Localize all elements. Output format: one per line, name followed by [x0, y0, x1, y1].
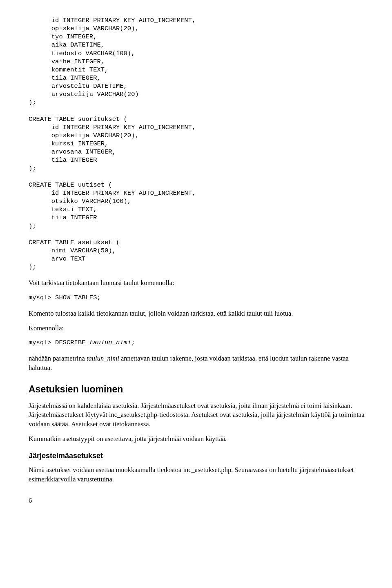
- paragraph: Järjestelmässä on kahdenlaisia asetuksia…: [29, 401, 368, 429]
- paragraph: Komennolla:: [29, 324, 368, 333]
- subsection-heading: Järjestelmäasetukset: [29, 451, 368, 461]
- page-number: 6: [29, 496, 368, 505]
- mysql-command: mysql> SHOW TABLES;: [29, 294, 368, 302]
- section-heading: Asetuksien luominen: [29, 383, 368, 396]
- paragraph: Komento tulostaa kaikki tietokannan taul…: [29, 309, 368, 318]
- paragraph: Voit tarkistaa tietokantaan luomasi taul…: [29, 278, 368, 287]
- italic-span: taulun_nimi: [87, 354, 119, 362]
- command-param: taulun_nimi: [89, 339, 131, 346]
- text-span: nähdään parametrina: [29, 354, 87, 362]
- paragraph: nähdään parametrina taulun_nimi annettav…: [29, 354, 368, 372]
- paragraph: Kummatkin asetustyypit on asetettava, jo…: [29, 434, 368, 443]
- command-text: ;: [131, 339, 135, 346]
- mysql-command: mysql> DESCRIBE taulun_nimi;: [29, 339, 368, 347]
- command-text: mysql> DESCRIBE: [29, 339, 89, 346]
- sql-code-block: id INTEGER PRIMARY KEY AUTO_INCREMENT, o…: [29, 16, 368, 271]
- document-page: id INTEGER PRIMARY KEY AUTO_INCREMENT, o…: [0, 0, 392, 521]
- paragraph: Nämä asetukset voidaan asettaa muokkaama…: [29, 466, 368, 484]
